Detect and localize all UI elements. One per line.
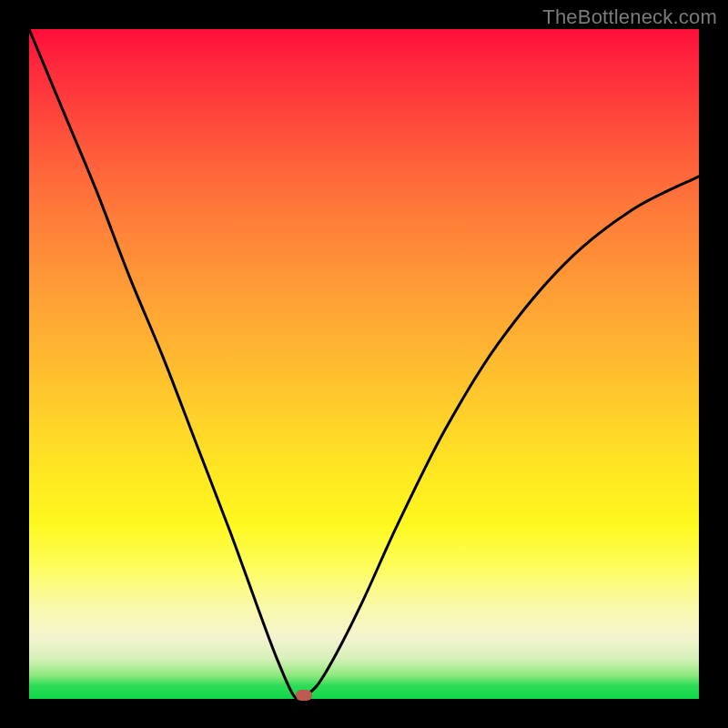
watermark-label: TheBottleneck.com — [542, 5, 717, 29]
chart-curve-layer — [29, 29, 699, 699]
optimum-marker — [296, 690, 312, 701]
chart-frame: TheBottleneck.com — [0, 0, 728, 728]
bottleneck-curve — [29, 29, 699, 699]
